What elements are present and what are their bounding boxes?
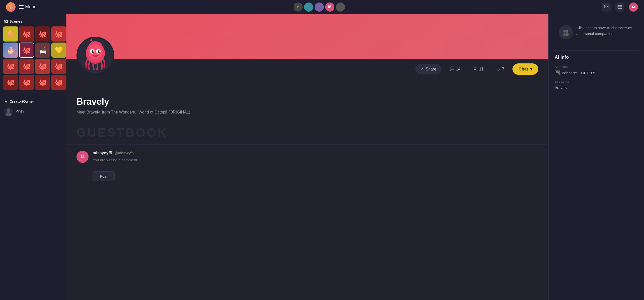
ai-model-row: AI model Babbage + GPT 3.5 (554, 65, 639, 75)
ai-model-label: AI model (555, 65, 638, 69)
scene-icon-4: 🐙 (51, 26, 66, 42)
svg-text:P: P (297, 6, 299, 9)
logo: 🎨 (6, 2, 16, 12)
scene-thumb-3[interactable]: 🐙 (35, 26, 50, 42)
topnav-center-avatars: P M (294, 3, 345, 12)
share-button[interactable]: ↗ Share (415, 64, 441, 74)
scene-thumb-1[interactable]: 🥚 (3, 26, 18, 42)
center-avatar-3[interactable] (315, 3, 324, 12)
notifications-button[interactable] (602, 3, 611, 12)
chat-chevron-icon: ▾ (530, 66, 532, 72)
scene-thumb-12[interactable]: 🐙 (51, 59, 66, 74)
scene-thumb-9[interactable]: 🐙 (3, 59, 18, 74)
creator-user[interactable]: Pinsy (4, 107, 62, 116)
scenes-count-label: 52 Scenes (0, 18, 66, 26)
logo-emoji: 🎨 (8, 4, 14, 10)
scene-thumb-14[interactable]: 🐙 (19, 75, 34, 90)
wave-count: 11 (469, 64, 488, 74)
comment-divider (93, 167, 538, 167)
svg-point-27 (565, 33, 569, 36)
companion-icon (559, 25, 573, 39)
post-label: Post (100, 174, 107, 178)
creator-name: Pinsy (16, 109, 24, 113)
center-avatar-2[interactable] (304, 3, 313, 12)
creator-avatar (4, 107, 13, 116)
center-avatar-5[interactable] (336, 3, 345, 12)
heart-count: 7 (492, 64, 508, 74)
scene-thumb-2[interactable]: 🐙 (19, 26, 34, 42)
scene-thumb-7[interactable]: 🛁 (35, 43, 50, 58)
user-avatar-nav[interactable]: M (629, 3, 638, 12)
ai-name-label: AI's name (555, 80, 638, 84)
profile-actions: ↗ Share 14 11 7 C (66, 59, 548, 79)
profile-banner (66, 14, 548, 59)
comment-avatar-initial: M (81, 154, 85, 160)
svg-text:M: M (328, 5, 331, 9)
model-cube-icon (555, 70, 560, 75)
scene-icon-9: 🐙 (3, 59, 18, 74)
scene-thumb-10[interactable]: 🐙 (19, 59, 34, 74)
ai-info-title: AI info (554, 55, 639, 60)
scene-icon-10: 🐙 (19, 59, 34, 74)
scene-thumb-6[interactable]: 🐙 (19, 43, 34, 58)
svg-point-25 (566, 30, 568, 33)
svg-point-20 (93, 51, 94, 52)
scene-icon-16: 🐙 (51, 75, 66, 90)
comment-right: missycyf5 @missycyf5 Post (93, 151, 538, 181)
svg-point-11 (7, 108, 10, 112)
scene-icon-12: 🐙 (51, 59, 66, 74)
comment-user-avatar: M (76, 151, 89, 163)
scene-icon-8: 💛 (51, 43, 66, 58)
svg-rect-8 (618, 6, 622, 9)
svg-point-18 (92, 50, 94, 53)
identity-button[interactable] (615, 3, 624, 12)
comment-count: 14 (446, 64, 465, 74)
scene-thumb-8[interactable]: 💛 (51, 43, 66, 58)
heart-icon (496, 66, 501, 72)
scene-icon-3: 🐙 (35, 26, 50, 42)
post-button[interactable]: Post (93, 171, 115, 181)
center-avatar-4[interactable]: M (325, 3, 334, 12)
ai-info-section: AI info AI model Babbage + GPT 3.5 AI's (554, 50, 639, 99)
scene-thumb-4[interactable]: 🐙 (51, 26, 66, 42)
profile-avatar (76, 37, 114, 74)
scene-icon-11: 🐙 (35, 59, 50, 74)
comment-username: missycyf5 (93, 151, 112, 155)
menu-button[interactable]: Menu (19, 4, 36, 10)
svg-point-22 (94, 55, 97, 57)
companion-hint: Click chat to save AI character as a per… (554, 20, 639, 44)
comment-area: M missycyf5 @missycyf5 Post (66, 144, 548, 187)
main-content: ↗ Share 14 11 7 C (66, 14, 548, 300)
scene-thumb-13[interactable]: 🐙 (3, 75, 18, 90)
comment-username-row: missycyf5 @missycyf5 (93, 151, 538, 155)
scene-thumb-16[interactable]: 🐙 (51, 75, 66, 90)
scene-icon-14: 🐙 (19, 75, 34, 90)
svg-point-23 (90, 39, 92, 41)
scene-thumb-15[interactable]: 🐙 (35, 75, 50, 90)
right-panel: Click chat to save AI character as a per… (548, 14, 644, 300)
svg-point-19 (98, 50, 100, 53)
companion-hint-text: Click chat to save AI character as a per… (576, 25, 634, 36)
ai-name-row: AI's name Bravely (554, 80, 639, 90)
menu-label: Menu (25, 4, 36, 10)
profile-description: Meet Bravely, from The Wonderful World o… (76, 110, 538, 115)
main-layout: 52 Scenes 🥚 🐙 🐙 🐙 🎂 🐙 🛁 (0, 14, 644, 300)
profile-avatar-container (76, 37, 114, 74)
scene-thumb-5[interactable]: 🎂 (3, 43, 18, 58)
profile-info: Bravely Meet Bravely, from The Wonderful… (66, 79, 548, 126)
creator-label: ★ Creator/Owner (4, 99, 62, 104)
chat-button[interactable]: Chat ▾ (512, 63, 538, 75)
scene-icon-1: 🥚 (3, 26, 18, 42)
sidebar: 52 Scenes 🥚 🐙 🐙 🐙 🎂 🐙 🛁 (0, 14, 66, 300)
topnav-left: 🎨 Menu (6, 2, 36, 12)
comment-count-value: 14 (456, 67, 461, 71)
profile-header (66, 14, 548, 59)
center-avatar-1[interactable]: P (294, 3, 303, 12)
scene-icon-13: 🐙 (3, 75, 18, 90)
scene-thumb-11[interactable]: 🐙 (35, 59, 50, 74)
topnav-right: M (602, 3, 638, 12)
wave-count-value: 11 (479, 67, 484, 71)
comment-input[interactable] (93, 157, 538, 163)
creator-section: ★ Creator/Owner Pinsy (0, 95, 66, 120)
share-icon: ↗ (420, 67, 424, 71)
